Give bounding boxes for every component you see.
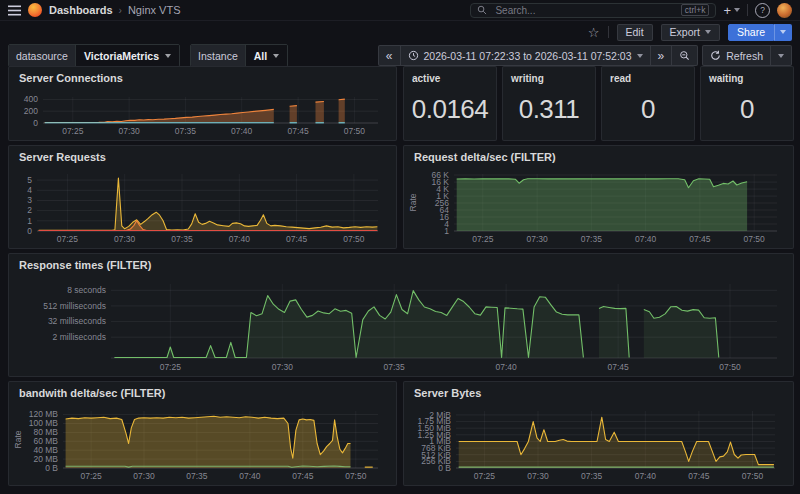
svg-text:40 MB: 40 MB [33, 445, 58, 455]
panel-bandwidth-delta: bandwith delta/sec (FILTER) 0 B20 MB40 M… [8, 381, 397, 486]
svg-text:0: 0 [33, 118, 38, 128]
panel-response-times: Response times (FILTER) 2 milliseconds32… [8, 253, 794, 377]
breadcrumb-dashboards[interactable]: Dashboards [49, 4, 113, 16]
time-range-picker-button[interactable]: 2026-03-11 07:22:33 to 2026-03-11 07:52:… [400, 45, 651, 66]
star-dashboard-button[interactable]: ☆ [588, 25, 600, 40]
svg-text:5: 5 [27, 175, 32, 185]
panel-title[interactable]: Response times (FILTER) [9, 254, 793, 276]
grafana-logo-icon[interactable] [28, 3, 42, 17]
search-input[interactable] [493, 4, 674, 17]
response-times-chart[interactable]: 2 milliseconds32 milliseconds512 millise… [13, 276, 789, 373]
refresh-button-label: Refresh [726, 50, 763, 62]
variable-instance-select[interactable]: All [245, 45, 287, 66]
panel-server-requests: Server Requests 01234507:2507:3007:3507:… [8, 145, 397, 249]
chevron-down-icon [705, 30, 711, 34]
svg-text:07:50: 07:50 [742, 471, 764, 481]
chevron-down-icon [780, 30, 786, 34]
chevron-down-icon [165, 54, 171, 58]
edit-button[interactable]: Edit [617, 24, 653, 41]
svg-text:20 MB: 20 MB [33, 454, 58, 464]
server-connections-chart[interactable]: 020040007:2507:3007:3507:4007:4507:50 [13, 89, 392, 137]
panel-server-connections: Server Connections 020040007:2507:3007:3… [8, 66, 397, 141]
panel-stat-read: read 0 [601, 66, 695, 141]
search-box[interactable]: ctrl+k [470, 3, 716, 18]
stat-title[interactable]: active [404, 67, 496, 84]
svg-text:07:50: 07:50 [345, 471, 367, 481]
variable-datasource-value: VictoriaMetrics [84, 50, 159, 62]
svg-text:120 MB: 120 MB [29, 409, 59, 419]
svg-text:Rate: Rate [408, 193, 418, 211]
panel-title[interactable]: Server Bytes [404, 382, 793, 404]
share-menu-button[interactable] [774, 24, 792, 41]
svg-text:07:40: 07:40 [231, 126, 253, 136]
server-requests-chart[interactable]: 01234507:2507:3007:3507:4007:4507:50 [13, 168, 392, 245]
hamburger-icon [8, 5, 21, 16]
svg-text:07:25: 07:25 [57, 234, 79, 244]
zoom-out-time-button[interactable] [671, 45, 698, 66]
panel-title[interactable]: Server Requests [9, 146, 396, 168]
chevron-down-icon [734, 8, 740, 12]
refresh-button[interactable]: Refresh [702, 45, 771, 66]
svg-text:07:35: 07:35 [175, 126, 197, 136]
chevron-down-icon [637, 54, 643, 58]
variable-instance-label: Instance [191, 45, 245, 66]
svg-text:07:40: 07:40 [635, 471, 657, 481]
svg-text:07:30: 07:30 [133, 471, 155, 481]
breadcrumb-current-page[interactable]: Nginx VTS [128, 4, 181, 16]
panel-title[interactable]: Server Connections [9, 67, 396, 89]
stat-title[interactable]: read [602, 67, 694, 84]
variable-instance-value: All [254, 50, 267, 62]
panel-server-bytes: Server Bytes 0 B256 KiB512 KiB768 KiB1 M… [403, 381, 794, 486]
panel-title[interactable]: bandwith delta/sec (FILTER) [9, 382, 396, 404]
svg-text:2: 2 [27, 205, 32, 215]
bandwidth-delta-chart[interactable]: 0 B20 MB40 MB60 MB80 MB100 MB120 MB07:25… [13, 404, 392, 482]
svg-text:07:35: 07:35 [384, 362, 406, 372]
help-button[interactable]: ? [755, 3, 770, 18]
svg-text:07:35: 07:35 [581, 234, 603, 244]
svg-text:07:45: 07:45 [607, 362, 629, 372]
svg-text:4: 4 [27, 185, 32, 195]
menu-toggle-button[interactable] [8, 5, 21, 16]
svg-text:07:30: 07:30 [118, 126, 140, 136]
time-range-text: 2026-03-11 07:22:33 to 2026-03-11 07:52:… [424, 50, 632, 62]
svg-text:07:30: 07:30 [114, 234, 136, 244]
refresh-group: Refresh [702, 45, 792, 66]
svg-text:07:25: 07:25 [160, 362, 182, 372]
svg-text:07:35: 07:35 [581, 471, 603, 481]
server-bytes-chart[interactable]: 0 B256 KiB512 KiB768 KiB1 MiB1.25 MiB1.5… [408, 404, 789, 482]
variable-datasource-label: datasource [9, 45, 75, 66]
svg-text:07:35: 07:35 [186, 471, 208, 481]
svg-text:07:45: 07:45 [286, 234, 308, 244]
svg-text:07:50: 07:50 [344, 126, 366, 136]
panel-title[interactable]: Request delta/sec (FILTER) [404, 146, 793, 168]
svg-text:07:50: 07:50 [719, 362, 741, 372]
share-button-group: Share [728, 24, 792, 41]
time-shift-forward-button[interactable]: » [650, 45, 673, 66]
svg-text:66 K: 66 K [432, 170, 450, 180]
request-delta-chart[interactable]: 1416642561 K4 K16 K66 K07:2507:3007:3507… [408, 168, 789, 245]
stat-title[interactable]: waiting [701, 67, 793, 84]
top-nav-bar: Dashboards › Nginx VTS ctrl+k + ? [0, 0, 800, 21]
help-icon: ? [755, 3, 770, 18]
svg-text:07:25: 07:25 [80, 471, 102, 481]
svg-text:3: 3 [27, 195, 32, 205]
svg-text:60 MB: 60 MB [33, 436, 58, 446]
svg-text:07:30: 07:30 [527, 471, 549, 481]
add-new-button[interactable]: + [723, 4, 740, 17]
user-avatar[interactable] [777, 3, 792, 18]
svg-text:100 MB: 100 MB [29, 418, 59, 428]
share-button[interactable]: Share [728, 24, 774, 41]
plus-icon: + [723, 4, 731, 17]
refresh-interval-button[interactable] [770, 45, 792, 66]
svg-text:07:40: 07:40 [635, 234, 657, 244]
variable-datasource-select[interactable]: VictoriaMetrics [75, 45, 179, 66]
variable-datasource: datasource VictoriaMetrics [8, 44, 180, 67]
export-button[interactable]: Export [661, 24, 720, 41]
svg-text:07:40: 07:40 [495, 362, 517, 372]
clock-icon [408, 50, 419, 61]
stat-title[interactable]: writing [503, 67, 595, 84]
panel-stat-active: active 0.0164 [403, 66, 497, 141]
time-shift-back-button[interactable]: « [378, 45, 401, 66]
variable-instance: Instance All [190, 44, 288, 67]
svg-text:07:40: 07:40 [229, 234, 251, 244]
